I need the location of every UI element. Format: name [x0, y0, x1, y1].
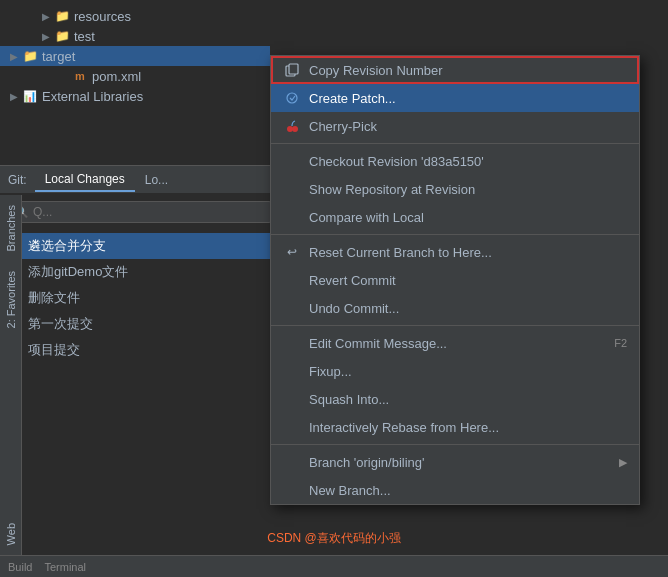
menu-item-revert[interactable]: Revert Commit: [271, 266, 639, 294]
menu-item-create-patch[interactable]: Create Patch...: [271, 84, 639, 112]
branch-list: 遴选合并分支 添加gitDemo文件 删除文件 第一次提交 项目提交: [0, 229, 280, 367]
menu-item-cherry-pick[interactable]: Cherry-Pick: [271, 112, 639, 140]
tree-arrow-target: [8, 50, 20, 62]
tree-item-resources[interactable]: 📁 resources: [0, 6, 270, 26]
checkout-icon: [283, 152, 301, 170]
bottom-tabs-bar: Git: Local Changes Lo...: [0, 165, 280, 193]
menu-item-show-repo[interactable]: Show Repository at Revision: [271, 175, 639, 203]
menu-label-new-branch: New Branch...: [309, 483, 627, 498]
tab-local-changes[interactable]: Local Changes: [35, 168, 135, 192]
menu-shortcut-edit-msg: F2: [614, 337, 627, 349]
rebase-icon: [283, 418, 301, 436]
branch-label-0: 遴选合并分支: [28, 237, 106, 255]
status-build[interactable]: Build: [8, 561, 32, 573]
separator-3: [271, 325, 639, 326]
menu-item-rebase[interactable]: Interactively Rebase from Here...: [271, 413, 639, 441]
branch-item-3[interactable]: 第一次提交: [0, 311, 280, 337]
folder-icon-target: 📁: [22, 48, 38, 64]
separator-2: [271, 234, 639, 235]
squash-icon: [283, 390, 301, 408]
menu-label-branch-origin: Branch 'origin/biling': [309, 455, 619, 470]
menu-item-squash[interactable]: Squash Into...: [271, 385, 639, 413]
branch-area: 🔍 遴选合并分支 添加gitDemo文件 删除文件 第一次提交 项目提交: [0, 195, 280, 547]
branch-item-4[interactable]: 项目提交: [0, 337, 280, 363]
undo-icon: [283, 299, 301, 317]
branch-arrow-icon: ▶: [619, 456, 627, 469]
menu-item-checkout[interactable]: Checkout Revision 'd83a5150': [271, 147, 639, 175]
menu-label-edit-msg: Edit Commit Message...: [309, 336, 594, 351]
menu-label-rebase: Interactively Rebase from Here...: [309, 420, 627, 435]
tree-label-ext: External Libraries: [42, 89, 143, 104]
branch-label-2: 删除文件: [28, 289, 80, 307]
tree-label-pom: pom.xml: [92, 69, 141, 84]
svg-point-4: [292, 126, 298, 132]
sidebar-tab-branches[interactable]: Branches: [2, 195, 20, 261]
branch-label-4: 项目提交: [28, 341, 80, 359]
sidebar-tab-web[interactable]: Web: [2, 513, 20, 555]
branch-item-0[interactable]: 遴选合并分支: [0, 233, 280, 259]
compare-icon: [283, 208, 301, 226]
menu-item-new-branch[interactable]: New Branch...: [271, 476, 639, 504]
separator-4: [271, 444, 639, 445]
menu-label-cherry-pick: Cherry-Pick: [309, 119, 627, 134]
tree-item-test[interactable]: 📁 test: [0, 26, 270, 46]
tree-arrow-test: [40, 30, 52, 42]
bar-icon-ext: 📊: [22, 88, 38, 104]
folder-icon-test: 📁: [54, 28, 70, 44]
menu-label-squash: Squash Into...: [309, 392, 627, 407]
menu-item-branch-origin[interactable]: Branch 'origin/biling' ▶: [271, 448, 639, 476]
tree-item-pom[interactable]: m pom.xml: [0, 66, 270, 86]
context-menu: Copy Revision Number Create Patch... Che…: [270, 55, 640, 505]
search-input[interactable]: [33, 205, 265, 219]
tree-label-test: test: [74, 29, 95, 44]
left-sidebar: Branches 2: Favorites Web: [0, 195, 22, 555]
revert-icon: [283, 271, 301, 289]
menu-item-fixup[interactable]: Fixup...: [271, 357, 639, 385]
sidebar-tab-favorites[interactable]: 2: Favorites: [2, 261, 20, 338]
tree-label-target: target: [42, 49, 75, 64]
tree-arrow-ext: [8, 90, 20, 102]
separator-1: [271, 143, 639, 144]
new-branch-icon: [283, 481, 301, 499]
cherry-pick-icon: [283, 117, 301, 135]
menu-label-show-repo: Show Repository at Revision: [309, 182, 627, 197]
tab-lo[interactable]: Lo...: [135, 169, 178, 191]
menu-label-copy-revision: Copy Revision Number: [309, 63, 627, 78]
search-bar[interactable]: 🔍: [8, 201, 272, 223]
branch-label-1: 添加gitDemo文件: [28, 263, 128, 281]
menu-item-reset[interactable]: ↩ Reset Current Branch to Here...: [271, 238, 639, 266]
status-terminal[interactable]: Terminal: [44, 561, 86, 573]
tree-arrow-resources: [40, 10, 52, 22]
menu-item-edit-msg[interactable]: Edit Commit Message... F2: [271, 329, 639, 357]
menu-label-create-patch: Create Patch...: [309, 91, 627, 106]
git-label: Git:: [0, 169, 35, 191]
menu-label-compare: Compare with Local: [309, 210, 627, 225]
branch-item-1[interactable]: 添加gitDemo文件: [0, 259, 280, 285]
folder-icon-resources: 📁: [54, 8, 70, 24]
menu-item-copy-revision[interactable]: Copy Revision Number: [271, 56, 639, 84]
tree-item-ext-libs[interactable]: 📊 External Libraries: [0, 86, 270, 106]
branch-label-3: 第一次提交: [28, 315, 93, 333]
file-icon-pom: m: [72, 68, 88, 84]
watermark: CSDN @喜欢代码的小强: [267, 530, 401, 547]
tree-label-resources: resources: [74, 9, 131, 24]
show-repo-icon: [283, 180, 301, 198]
menu-label-reset: Reset Current Branch to Here...: [309, 245, 627, 260]
edit-msg-icon: [283, 334, 301, 352]
copy-revision-icon: [283, 61, 301, 79]
branch-item-2[interactable]: 删除文件: [0, 285, 280, 311]
menu-item-compare-local[interactable]: Compare with Local: [271, 203, 639, 231]
menu-label-undo: Undo Commit...: [309, 301, 627, 316]
status-bar: Build Terminal: [0, 555, 668, 577]
branch-origin-icon: [283, 453, 301, 471]
svg-rect-1: [289, 64, 298, 74]
menu-label-revert: Revert Commit: [309, 273, 627, 288]
create-patch-icon: [283, 89, 301, 107]
menu-item-undo[interactable]: Undo Commit...: [271, 294, 639, 322]
svg-point-2: [287, 93, 297, 103]
reset-icon: ↩: [283, 243, 301, 261]
menu-label-checkout: Checkout Revision 'd83a5150': [309, 154, 627, 169]
menu-label-fixup: Fixup...: [309, 364, 627, 379]
tree-item-target[interactable]: 📁 target: [0, 46, 270, 66]
fixup-icon: [283, 362, 301, 380]
